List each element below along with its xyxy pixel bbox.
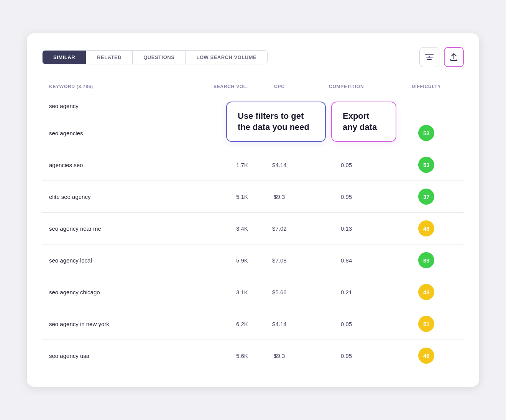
cell-difficulty: 51: [389, 308, 464, 340]
cell-keyword: seo agency local: [42, 244, 171, 276]
table-row: seo agency local5.9K$7.080.8439: [42, 244, 464, 276]
filter-button[interactable]: [419, 47, 439, 67]
cell-difficulty: 53: [389, 117, 464, 149]
cell-cpc: $7.02: [255, 213, 304, 244]
table-wrap: KEYWORD (3,786) SEARCH VOL. CPC COMPETIT…: [42, 79, 464, 371]
cell-difficulty: 53: [389, 149, 464, 181]
cell-competition: 0.95: [304, 181, 389, 213]
export-icon: [450, 53, 458, 61]
table-row: seo agency in new york6.2K$4.140.0551: [42, 308, 464, 340]
cell-search-vol: 5.6K: [171, 340, 255, 372]
cell-cpc: $7: [255, 95, 304, 117]
difficulty-badge: 53: [418, 157, 434, 173]
main-card: SIMILAR RELATED QUESTIONS LOW SEARCH VOL…: [27, 33, 479, 387]
tab-questions[interactable]: QUESTIONS: [133, 51, 186, 64]
tab-group: SIMILAR RELATED QUESTIONS LOW SEARCH VOL…: [42, 50, 268, 64]
cell-difficulty: [389, 95, 464, 117]
cell-competition: 0.05: [304, 308, 389, 340]
cell-keyword: seo agency in new york: [42, 308, 171, 340]
cell-cpc: $4.14: [255, 308, 304, 340]
cell-competition: 0.05: [304, 149, 389, 181]
difficulty-badge: 39: [418, 252, 434, 268]
cell-competition: 0.21: [304, 276, 389, 308]
cell-competition: 0.95: [304, 340, 389, 372]
cell-search-vol: 1.7K: [171, 149, 255, 181]
cell-competition: 0.13: [304, 213, 389, 244]
cell-keyword: seo agency: [42, 95, 171, 117]
table-row: seo agency near me3.4K$7.020.1348: [42, 213, 464, 244]
table-row: elite seo agency5.1K$9.30.9537: [42, 181, 464, 213]
cell-search-vol: 6.2K: [171, 308, 255, 340]
difficulty-badge: 53: [418, 125, 434, 141]
difficulty-badge: 43: [418, 284, 434, 300]
cell-keyword: seo agency chicago: [42, 276, 171, 308]
col-header-competition: COMPETITION: [304, 79, 389, 95]
col-header-search-vol: SEARCH VOL.: [171, 79, 255, 95]
cell-keyword: agencies seo: [42, 149, 171, 181]
table-row: seo agency6.6K$7: [42, 95, 464, 117]
cell-keyword: seo agency near me: [42, 213, 171, 244]
cell-cpc: $9.3: [255, 181, 304, 213]
table-row: seo agency usa5.6K$9.30.9548: [42, 340, 464, 372]
cell-difficulty: 48: [389, 213, 464, 244]
action-buttons: [419, 47, 464, 67]
difficulty-badge: 48: [418, 348, 434, 364]
cell-keyword: elite seo agency: [42, 181, 171, 213]
cell-keyword: seo agencies: [42, 117, 171, 149]
keyword-table: KEYWORD (3,786) SEARCH VOL. CPC COMPETIT…: [42, 79, 464, 371]
cell-search-vol: 3.1K: [171, 276, 255, 308]
export-button[interactable]: [444, 47, 464, 67]
tab-similar[interactable]: SIMILAR: [43, 51, 86, 64]
cell-search-vol: 2.4K: [171, 117, 255, 149]
header-row: SIMILAR RELATED QUESTIONS LOW SEARCH VOL…: [42, 47, 464, 67]
cell-difficulty: 37: [389, 181, 464, 213]
cell-difficulty: 39: [389, 244, 464, 276]
table-row: agencies seo1.7K$4.140.0553: [42, 149, 464, 181]
col-header-difficulty: DIFFICULTY: [389, 79, 464, 95]
svg-point-3: [429, 56, 430, 58]
table-row: seo agency chicago3.1K$5.660.2143: [42, 276, 464, 308]
tab-low-search-volume[interactable]: LOW SEARCH VOLUME: [186, 51, 267, 64]
cell-search-vol: 6.6K: [171, 95, 255, 117]
difficulty-badge: 51: [418, 316, 434, 332]
cell-search-vol: 3.4K: [171, 213, 255, 244]
cell-cpc: $4.14: [255, 149, 304, 181]
cell-cpc: $5.66: [255, 276, 304, 308]
cell-keyword: seo agency usa: [42, 340, 171, 372]
difficulty-badge: 37: [418, 189, 434, 205]
difficulty-badge: 48: [418, 220, 434, 236]
cell-search-vol: 5.9K: [171, 244, 255, 276]
cell-cpc: $9.3: [255, 340, 304, 372]
table-row: seo agencies2.4K$5.660.2153: [42, 117, 464, 149]
cell-search-vol: 5.1K: [171, 181, 255, 213]
cell-difficulty: 43: [389, 276, 464, 308]
cell-competition: 0.21: [304, 117, 389, 149]
cell-cpc: $5.66: [255, 117, 304, 149]
cell-competition: 0.84: [304, 244, 389, 276]
filter-icon: [425, 54, 434, 61]
cell-cpc: $7.08: [255, 244, 304, 276]
col-header-keyword: KEYWORD (3,786): [42, 79, 171, 95]
col-header-cpc: CPC: [255, 79, 304, 95]
cell-difficulty: 48: [389, 340, 464, 372]
tab-related[interactable]: RELATED: [86, 51, 133, 64]
cell-competition: [304, 95, 389, 117]
